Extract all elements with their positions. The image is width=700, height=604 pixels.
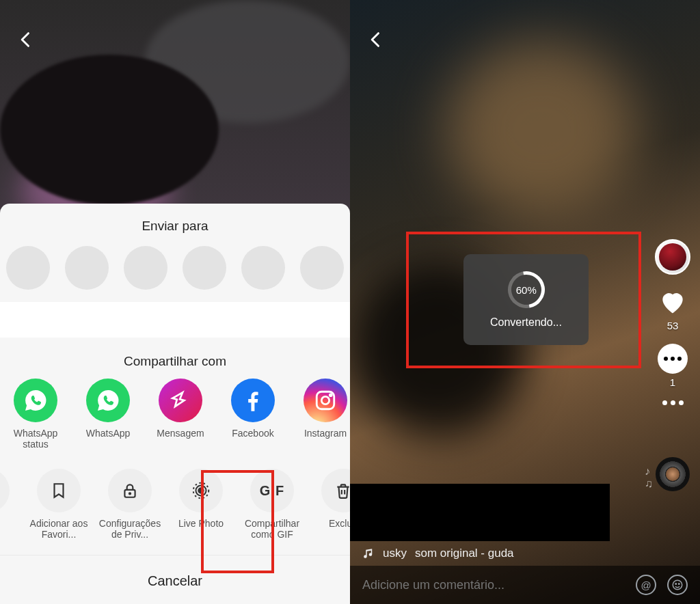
svg-point-5 — [198, 488, 204, 493]
tool-live-photo[interactable]: Live Photo — [170, 469, 232, 540]
sound-disc[interactable]: ♪ ♫ — [656, 457, 690, 491]
contact-avatar[interactable] — [183, 246, 226, 290]
right-screenshot: 53 1 ♪ ♫ usky som original - guda @ — [350, 0, 700, 604]
tool-add-favorite[interactable]: Adicionar aos Favori... — [27, 469, 90, 540]
lock-icon — [108, 469, 152, 512]
progress-spinner: 60% — [500, 264, 552, 315]
back-button[interactable] — [16, 30, 36, 49]
bookmark-icon — [37, 469, 81, 512]
converting-dialog: 60% Convertendo... — [463, 254, 589, 345]
comment-count: 1 — [670, 376, 675, 388]
progress-status: Convertendo... — [490, 316, 562, 329]
share-targets-row: WhatsApp status WhatsApp Mensagem — [0, 379, 350, 450]
contact-avatar[interactable] — [6, 246, 50, 290]
facebook-icon — [231, 379, 275, 422]
share-button[interactable] — [662, 400, 684, 405]
contact-avatar[interactable] — [300, 246, 344, 290]
heart-icon — [658, 287, 688, 317]
disc-icon — [656, 457, 690, 491]
comment-button[interactable]: 1 — [658, 344, 688, 388]
tool-partial[interactable]: ar — [0, 469, 19, 540]
tool-share-as-gif[interactable]: GIF Compartilhar como GIF — [241, 469, 304, 540]
live-photo-icon — [179, 469, 223, 512]
music-notes-icon: ♪ ♫ — [645, 465, 653, 490]
music-prefix: usky — [383, 547, 407, 560]
chevron-left-icon — [366, 30, 386, 49]
like-count: 53 — [667, 320, 679, 331]
share-facebook[interactable]: Facebook — [221, 379, 284, 450]
progress-percent: 60% — [515, 284, 536, 295]
svg-point-10 — [679, 584, 680, 585]
svg-point-8 — [673, 580, 682, 590]
instagram-icon — [304, 379, 347, 422]
left-screenshot: Enviar para Compartilhar com WhatsApp st… — [0, 0, 350, 604]
message-input-area[interactable] — [0, 302, 350, 338]
action-rail: 53 1 ♪ ♫ — [655, 239, 690, 491]
more-icon — [662, 400, 684, 405]
like-button[interactable]: 53 — [658, 287, 688, 331]
contact-avatar[interactable] — [65, 246, 109, 290]
send-to-contacts-row[interactable] — [0, 243, 350, 297]
share-instagram[interactable]: Instagram — [294, 379, 350, 450]
share-whatsapp-status[interactable]: WhatsApp status — [4, 379, 67, 450]
mention-button[interactable]: @ — [636, 575, 656, 595]
music-info[interactable]: usky som original - guda — [362, 547, 514, 560]
emoji-button[interactable] — [667, 575, 688, 595]
comment-icon — [658, 344, 688, 374]
back-button[interactable] — [366, 30, 386, 49]
share-sheet: Enviar para Compartilhar com WhatsApp st… — [0, 204, 350, 604]
contact-avatar[interactable] — [241, 246, 285, 290]
svg-point-4 — [129, 493, 131, 494]
at-icon: @ — [641, 579, 651, 591]
tool-delete[interactable]: Excluir — [312, 469, 350, 540]
tool-privacy-settings[interactable]: Configurações de Priv... — [98, 469, 161, 540]
comment-input[interactable] — [362, 578, 625, 592]
send-to-title: Enviar para — [0, 219, 350, 234]
smile-icon — [671, 579, 684, 591]
comment-bar: @ — [350, 566, 700, 604]
gif-icon: GIF — [250, 469, 294, 512]
share-whatsapp[interactable]: WhatsApp — [77, 379, 139, 450]
author-avatar[interactable] — [655, 239, 690, 275]
svg-point-9 — [675, 584, 677, 585]
share-with-title: Compartilhar com — [0, 354, 350, 369]
whatsapp-icon — [14, 379, 57, 422]
share-message[interactable]: Mensagem — [149, 379, 212, 450]
contact-avatar[interactable] — [124, 246, 167, 290]
chevron-left-icon — [16, 30, 36, 49]
send-icon — [159, 379, 202, 422]
music-text: som original - guda — [415, 547, 514, 560]
tools-row: ar Adicionar aos Favori... Configurações… — [0, 450, 350, 540]
whatsapp-icon — [86, 379, 130, 422]
tool-icon — [0, 469, 10, 512]
svg-point-2 — [329, 394, 332, 396]
redacted-caption — [350, 484, 610, 541]
cancel-button[interactable]: Cancelar — [0, 555, 350, 604]
trash-icon — [321, 469, 350, 512]
svg-point-1 — [321, 396, 329, 404]
music-note-icon — [362, 547, 375, 560]
